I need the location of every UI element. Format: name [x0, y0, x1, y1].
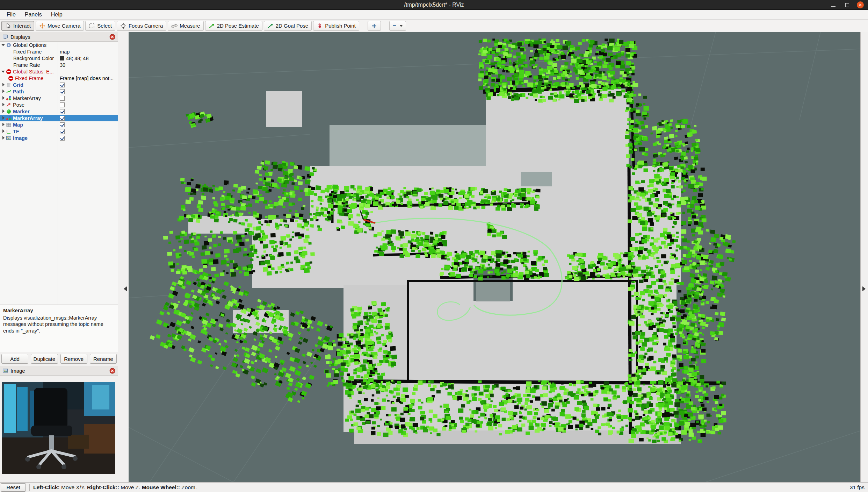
duplicate-button[interactable]: Duplicate	[31, 354, 58, 364]
display-checkbox[interactable]	[60, 102, 65, 107]
display-row-grid[interactable]: Grid	[0, 81, 118, 88]
expander-icon[interactable]	[1, 109, 6, 114]
display-checkbox[interactable]	[60, 109, 65, 114]
publish-point-icon	[317, 23, 323, 29]
status-separator	[29, 484, 30, 491]
tool-focus-camera[interactable]: Focus Camera	[117, 21, 166, 31]
minimize-icon	[831, 6, 836, 7]
description-body: Displays visualization_msgs::MarkerArray…	[3, 315, 115, 334]
display-row-fixed-frame[interactable]: Fixed Framemap	[0, 48, 118, 55]
pose-icon	[6, 102, 12, 108]
display-row-background-color[interactable]: Background Color48; 48; 48	[0, 55, 118, 62]
add-tool-button[interactable]	[368, 21, 381, 31]
pose-estimate-icon	[209, 23, 215, 29]
remove-tool-button[interactable]: −	[389, 21, 406, 31]
row-label: Frame Rate	[13, 62, 40, 68]
path-icon	[6, 89, 12, 94]
displays-tree: Global OptionsFixed FramemapBackground C…	[0, 42, 118, 305]
workspace: Displays Global OptionsFixed FramemapBac…	[0, 32, 868, 482]
display-row-markerarray[interactable]: MarkerArray	[0, 95, 118, 101]
row-label: MarkerArray	[13, 95, 41, 101]
reset-button[interactable]: Reset	[1, 483, 26, 492]
menu-item-file[interactable]: File	[2, 11, 20, 19]
menu-item-panels[interactable]: Panels	[20, 11, 46, 19]
collapse-left-arrow[interactable]	[121, 286, 127, 291]
tool-2d-pose-estimate[interactable]: 2D Pose Estimate	[205, 21, 262, 31]
display-checkbox[interactable]	[60, 129, 65, 134]
remove-button[interactable]: Remove	[60, 354, 87, 364]
image-panel-icon	[2, 368, 8, 373]
row-label: Global Status: E...	[13, 69, 54, 74]
display-checkbox[interactable]	[60, 116, 65, 121]
collapse-right-arrow[interactable]	[862, 286, 868, 291]
viewport-scene	[129, 32, 860, 482]
displays-panel: Displays Global OptionsFixed FramemapBac…	[0, 32, 118, 482]
3d-viewport[interactable]	[129, 32, 860, 482]
expander-icon[interactable]	[1, 102, 6, 107]
display-row-global-options[interactable]: Global Options	[0, 42, 118, 48]
map-icon	[6, 122, 12, 128]
display-row-tf[interactable]: TF	[0, 128, 118, 135]
display-checkbox[interactable]	[60, 83, 65, 87]
image-close-button[interactable]	[109, 368, 115, 374]
camera-image	[2, 382, 115, 474]
display-checkbox[interactable]	[60, 136, 65, 141]
toolbar: InteractMove CameraSelectFocus CameraMea…	[0, 20, 868, 32]
tool-measure[interactable]: Measure	[168, 21, 203, 31]
display-row-image[interactable]: Image	[0, 135, 118, 141]
description-box: MarkerArray Displays visualization_msgs:…	[0, 305, 118, 352]
minimize-button[interactable]	[830, 1, 837, 9]
row-label: Grid	[13, 82, 23, 88]
row-label: Pose	[13, 102, 24, 108]
display-checkbox[interactable]	[60, 122, 65, 127]
status-bar: Reset Left-Click: Move X/Y. Right-Click:…	[0, 482, 868, 492]
expander-icon[interactable]	[1, 129, 6, 134]
row-label: Background Color	[13, 56, 54, 61]
expander-icon[interactable]	[1, 83, 6, 87]
row-label: TF	[13, 129, 19, 134]
expander-icon[interactable]	[1, 136, 6, 140]
fps-counter: 31 fps	[850, 484, 865, 491]
display-row-path[interactable]: Path	[0, 88, 118, 95]
expander-icon[interactable]	[1, 116, 6, 120]
row-value: 30	[60, 62, 65, 68]
add-button[interactable]: Add	[1, 354, 28, 364]
expander-icon[interactable]	[1, 96, 6, 100]
display-row-fixed-frame[interactable]: Fixed FrameFrame [map] does not...	[0, 75, 118, 81]
tool-select[interactable]: Select	[85, 21, 115, 31]
display-row-map[interactable]: Map	[0, 121, 118, 128]
display-row-global-status-e[interactable]: Global Status: E...	[0, 68, 118, 75]
plus-icon	[371, 23, 377, 29]
display-row-pose[interactable]: Pose	[0, 101, 118, 108]
menu-item-help[interactable]: Help	[46, 11, 67, 19]
tool-interact[interactable]: Interact	[1, 21, 34, 31]
expander-icon[interactable]	[1, 69, 6, 74]
tool-publish-point[interactable]: Publish Point	[313, 21, 359, 31]
row-label: Path	[13, 89, 24, 94]
marker-icon	[6, 109, 12, 114]
display-row-marker[interactable]: Marker	[0, 108, 118, 115]
expander-icon[interactable]	[1, 43, 6, 47]
goal-pose-icon	[267, 23, 274, 29]
displays-close-button[interactable]	[109, 34, 115, 40]
tool-move-camera[interactable]: Move Camera	[36, 21, 84, 31]
window-title: /tmp/tmpclx5dcrt* - RViz	[0, 0, 868, 10]
display-row-markerarray[interactable]: MarkerArray	[0, 115, 118, 121]
tool-2d-goal-pose[interactable]: 2D Goal Pose	[264, 21, 312, 31]
expander-icon[interactable]	[1, 89, 6, 94]
row-label: Map	[13, 122, 23, 128]
displays-panel-header: Displays	[0, 32, 118, 42]
description-title: MarkerArray	[3, 307, 115, 314]
image-panel-title: Image	[10, 368, 25, 374]
expander-icon[interactable]	[1, 122, 6, 127]
maximize-button[interactable]	[843, 1, 851, 9]
error-icon	[6, 69, 12, 74]
tf-icon	[6, 129, 12, 134]
rename-button[interactable]: Rename	[90, 354, 117, 364]
titlebar: /tmp/tmpclx5dcrt* - RViz	[0, 0, 868, 10]
display-checkbox[interactable]	[60, 89, 65, 94]
row-value: Frame [map] does not...	[60, 76, 114, 81]
display-row-frame-rate[interactable]: Frame Rate30	[0, 62, 118, 68]
display-checkbox[interactable]	[60, 96, 65, 101]
close-button[interactable]	[857, 1, 864, 8]
